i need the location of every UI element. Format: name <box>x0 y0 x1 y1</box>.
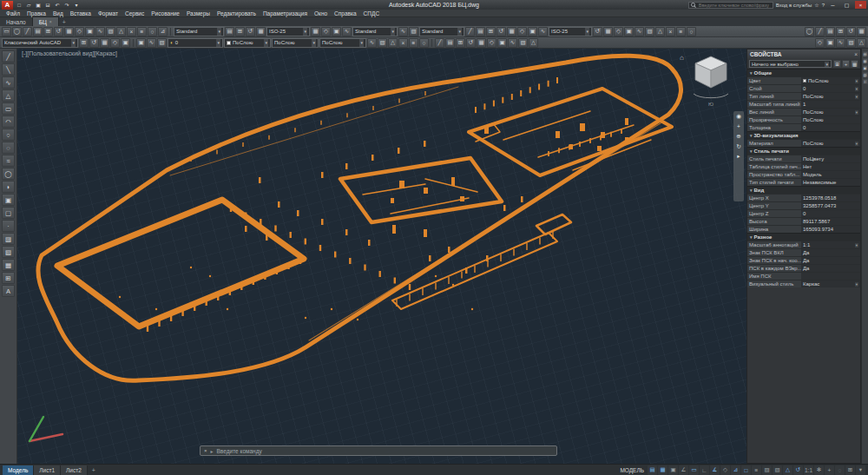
toolbar-icon[interactable]: △ <box>655 27 665 36</box>
mleader-style-combo[interactable]: Standard▾ <box>419 27 464 36</box>
toolbar-icon[interactable]: ▤ <box>825 27 835 36</box>
dropdown-icon[interactable]: ▾ <box>855 142 858 146</box>
menu-item-правка[interactable]: Правка <box>23 10 49 16</box>
construction-line-icon[interactable]: ╲ <box>2 63 15 76</box>
properties-strip-icon[interactable]: ▤ <box>863 51 868 56</box>
menu-item-сервис[interactable]: Сервис <box>122 10 148 16</box>
property-value[interactable]: Независимые <box>801 179 860 186</box>
polyline-icon[interactable]: ∿ <box>2 76 15 89</box>
property-value[interactable]: 3258577.0473 <box>801 202 860 209</box>
toolbar-icon[interactable]: ◯ <box>12 27 22 36</box>
maximize-button[interactable]: ▢ <box>841 1 852 9</box>
panel-strip-icon[interactable]: ▧ <box>863 72 868 77</box>
dim-style-combo[interactable]: ISO-25▾ <box>266 27 310 36</box>
clean-screen-icon[interactable]: ⊞ <box>845 465 855 475</box>
toolbar-icon[interactable]: ▧ <box>645 27 654 36</box>
property-value[interactable]: 165093.9734 <box>801 226 860 233</box>
property-value[interactable]: 1253978.0518 <box>801 195 860 201</box>
viewcube-cube[interactable] <box>688 53 733 103</box>
command-line[interactable]: × ▸ Введите команду <box>200 445 557 456</box>
prop-section-header[interactable]: ▾Стиль печати <box>747 147 860 155</box>
toolbar-icon[interactable]: ▤ <box>476 27 485 36</box>
menu-item-справка[interactable]: Справка <box>331 10 360 16</box>
mtext-icon[interactable]: A <box>2 285 15 297</box>
toolbar-icon[interactable]: ↺ <box>246 27 255 36</box>
snap-icon[interactable]: ▣ <box>668 465 678 475</box>
help-icon[interactable]: ? <box>822 3 825 8</box>
property-value[interactable]: ПоЦвету <box>801 155 860 162</box>
command-close-icon[interactable]: × <box>204 448 207 453</box>
toolbar-icon[interactable]: ▦ <box>477 38 486 48</box>
toolbar-icon[interactable]: ▦ <box>64 27 74 36</box>
property-row[interactable]: Высота89117.5867 <box>747 217 860 225</box>
toolbar-icon[interactable]: ◯ <box>805 27 814 36</box>
toolbar-icon[interactable]: △ <box>116 27 126 36</box>
layout-tab-лист2[interactable]: Лист2 <box>61 465 88 475</box>
toolbar-icon[interactable]: ↺ <box>496 27 506 36</box>
toolbar-icon[interactable]: ◇ <box>75 27 84 36</box>
dim-style-combo-2[interactable]: ISO-25▾ <box>549 27 592 36</box>
toolbar-icon[interactable]: ○ <box>148 27 157 36</box>
toolbar-icon[interactable]: ↺ <box>593 27 602 36</box>
toolbar-icon[interactable]: ▧ <box>157 38 167 48</box>
table-style-combo[interactable]: Standard▾ <box>352 27 398 36</box>
toolbar-icon[interactable]: ∿ <box>508 38 517 48</box>
property-value[interactable]: 0 <box>801 124 860 131</box>
annotation-scale-icon[interactable]: 1:1 <box>804 465 813 475</box>
toolbar-icon[interactable]: ▣ <box>136 38 146 48</box>
spline-icon[interactable]: ≈ <box>2 155 15 167</box>
property-row[interactable]: Толщина0 <box>747 123 860 131</box>
viewcube[interactable]: ⌂ Ю <box>687 53 734 107</box>
section-collapse-icon[interactable]: ▾ <box>750 70 753 76</box>
lineweight-combo[interactable]: ПоСлою▾ <box>319 38 366 48</box>
polar-tracking-icon[interactable]: ∡ <box>710 465 720 475</box>
help-search-box[interactable] <box>688 2 773 9</box>
property-value[interactable]: Да <box>801 257 860 264</box>
toolbar-icon[interactable]: ∿ <box>342 27 352 36</box>
toolbar-icon[interactable]: ◇ <box>110 38 120 48</box>
showmotion-icon[interactable]: ▸ <box>737 154 740 160</box>
make-block-icon[interactable]: ▢ <box>2 207 15 219</box>
toolbar-icon[interactable]: ⊞ <box>836 27 845 36</box>
toolbar-icon[interactable]: ▦ <box>507 27 516 36</box>
toolbar-icon[interactable]: △ <box>529 38 538 48</box>
revcloud-icon[interactable]: ◌ <box>2 142 15 154</box>
tools-strip-icon[interactable]: ▣ <box>863 65 868 70</box>
property-row[interactable]: Масштаб типа линий1 <box>747 100 860 108</box>
toolbar-icon[interactable]: ∿ <box>95 27 105 36</box>
toolbar-icon[interactable]: ⊞ <box>486 27 496 36</box>
property-row[interactable]: Стиль печатиПоЦвету <box>747 155 860 162</box>
property-value[interactable]: 89117.5867 <box>801 218 860 225</box>
layout-tab-модель[interactable]: Модель <box>3 465 34 475</box>
dropdown-icon[interactable]: ▾ <box>855 243 858 247</box>
property-value[interactable]: ПоСлою▾ <box>801 140 860 147</box>
favorites-icon[interactable]: ☆ <box>814 2 819 8</box>
table-icon[interactable]: ⊞ <box>2 272 15 284</box>
model-space-icon[interactable]: ▤ <box>648 465 657 475</box>
layout-tab-лист1[interactable]: Лист1 <box>34 465 61 475</box>
menu-item-формат[interactable]: Формат <box>95 10 122 16</box>
toolbar-icon[interactable]: ▧ <box>378 38 387 48</box>
property-value[interactable]: Да <box>801 265 860 272</box>
toolbar-icon[interactable]: ▧ <box>106 27 115 36</box>
isodraft-icon[interactable]: ◇ <box>720 465 730 475</box>
select-objects-icon[interactable]: + <box>842 60 850 68</box>
file-tab-начало[interactable]: Начало <box>0 17 33 26</box>
toolbar-icon[interactable]: ▦ <box>603 27 613 36</box>
property-row[interactable]: Масштаб аннотаций1:1▾ <box>747 241 860 248</box>
prop-section-header[interactable]: ▾Общие <box>747 69 860 76</box>
search-input[interactable] <box>697 2 771 9</box>
property-row[interactable]: Слой0▾ <box>747 84 860 92</box>
selection-cycling-icon[interactable]: ▧ <box>773 465 782 475</box>
property-value[interactable]: ПоСлою▾ <box>801 109 860 115</box>
toolbar-icon[interactable]: ◇ <box>614 27 623 36</box>
toolbar-icon[interactable]: ⊞ <box>235 27 245 36</box>
ellipse-icon[interactable]: ◯ <box>2 168 15 180</box>
toolbar-icon[interactable]: ╱ <box>435 38 444 48</box>
lineweight-display-icon[interactable]: ≡ <box>752 465 761 475</box>
toolbar-icon[interactable]: ≡ <box>137 27 147 36</box>
toolbar-icon[interactable]: × <box>666 27 675 36</box>
minimize-button[interactable]: ─ <box>827 1 838 9</box>
toolbar-icon[interactable]: ╱ <box>815 27 825 36</box>
toolbar-icon[interactable]: ⊿ <box>158 27 168 36</box>
